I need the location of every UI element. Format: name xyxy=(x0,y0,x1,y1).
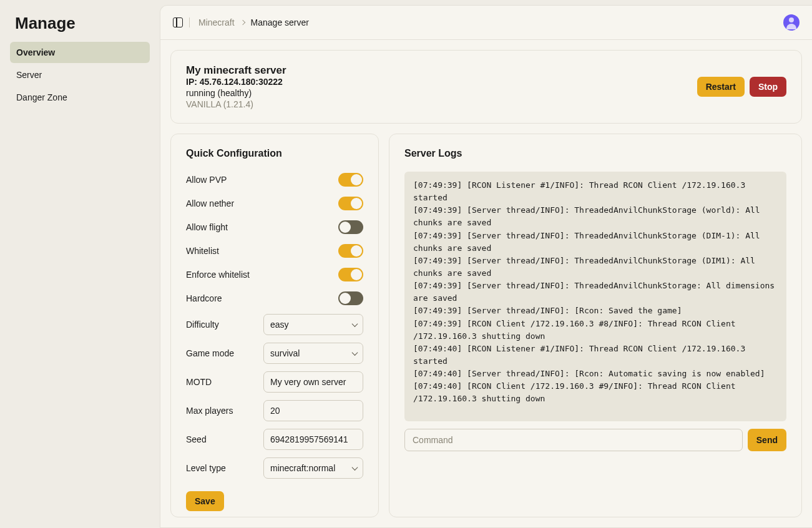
topbar-divider xyxy=(189,17,190,27)
server-running: running (healthy) xyxy=(186,88,286,98)
status-info: My minecraft server IP: 45.76.124.180:30… xyxy=(186,64,286,109)
stop-button[interactable]: Stop xyxy=(750,77,786,97)
hardcore-toggle[interactable] xyxy=(338,291,363,305)
breadcrumb: Minecraft Manage server xyxy=(198,17,309,27)
hardcore-label: Hardcore xyxy=(186,293,222,303)
whitelist-label: Whitelist xyxy=(186,246,219,256)
max-players-label: Max players xyxy=(186,406,233,416)
avatar[interactable] xyxy=(783,14,800,31)
level-type-select[interactable]: minecraft:normal xyxy=(263,457,363,479)
sidebar-nav: Overview Server Danger Zone xyxy=(10,42,150,108)
logs-output[interactable]: [07:49:39] [RCON Listener #1/INFO]: Thre… xyxy=(404,172,786,421)
send-button[interactable]: Send xyxy=(748,429,786,451)
whitelist-toggle[interactable] xyxy=(338,244,363,258)
gamemode-select[interactable]: survival xyxy=(263,343,363,364)
server-ip: IP: 45.76.124.180:30222 xyxy=(186,77,286,87)
logs-section-title: Server Logs xyxy=(404,148,786,159)
sidebar-item-overview[interactable]: Overview xyxy=(10,42,150,63)
difficulty-label: Difficulty xyxy=(186,320,219,330)
difficulty-select[interactable]: easy xyxy=(263,314,363,335)
max-players-input[interactable] xyxy=(263,400,363,421)
breadcrumb-root[interactable]: Minecraft xyxy=(198,17,235,27)
allow-nether-label: Allow nether xyxy=(186,198,234,208)
status-card: My minecraft server IP: 45.76.124.180:30… xyxy=(170,50,802,124)
server-logs-card: Server Logs [07:49:39] [RCON Listener #1… xyxy=(389,134,802,517)
allow-pvp-toggle[interactable] xyxy=(338,173,363,187)
allow-flight-label: Allow flight xyxy=(186,222,228,232)
server-name: My minecraft server xyxy=(186,64,286,77)
sidebar-toggle-icon[interactable] xyxy=(173,17,183,27)
breadcrumb-leaf: Manage server xyxy=(251,17,309,27)
level-type-label: Level type xyxy=(186,463,226,473)
sidebar-item-danger-zone[interactable]: Danger Zone xyxy=(10,87,150,108)
sidebar-item-label: Danger Zone xyxy=(16,92,67,102)
motd-input[interactable] xyxy=(263,371,363,393)
main-panel: Minecraft Manage server My minecraft ser… xyxy=(160,5,812,528)
enforce-whitelist-toggle[interactable] xyxy=(338,268,363,281)
status-buttons: Restart Stop xyxy=(697,77,786,97)
command-input[interactable] xyxy=(404,429,743,451)
quick-config-card: Quick Configuration Allow PVP Allow neth… xyxy=(170,134,379,517)
sidebar-item-label: Server xyxy=(16,70,42,80)
seed-label: Seed xyxy=(186,434,207,444)
motd-label: MOTD xyxy=(186,377,212,387)
topbar: Minecraft Manage server xyxy=(160,6,812,40)
sidebar-item-label: Overview xyxy=(16,47,55,57)
sidebar: Manage Overview Server Danger Zone xyxy=(0,0,160,528)
app-title: Manage xyxy=(10,10,150,42)
chevron-right-icon xyxy=(240,20,245,25)
server-version: VANILLA (1.21.4) xyxy=(186,99,286,109)
sidebar-item-server[interactable]: Server xyxy=(10,64,150,86)
allow-flight-toggle[interactable] xyxy=(338,220,363,234)
gamemode-label: Game mode xyxy=(186,348,234,358)
content: My minecraft server IP: 45.76.124.180:30… xyxy=(160,40,812,527)
save-button[interactable]: Save xyxy=(186,491,224,511)
config-section-title: Quick Configuration xyxy=(186,148,363,159)
seed-input[interactable] xyxy=(263,429,363,450)
enforce-whitelist-label: Enforce whitelist xyxy=(186,270,250,280)
allow-pvp-label: Allow PVP xyxy=(186,175,227,185)
allow-nether-toggle[interactable] xyxy=(338,197,363,210)
restart-button[interactable]: Restart xyxy=(697,77,745,97)
